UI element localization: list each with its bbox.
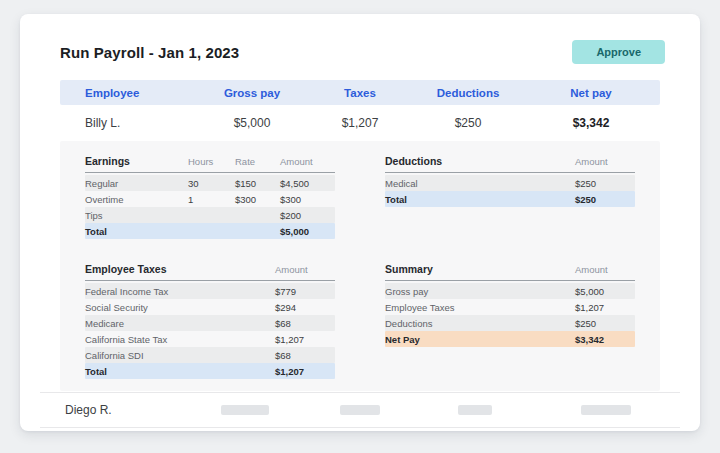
row-amount: $4,500 xyxy=(280,178,335,189)
summary-row-gross-pay: Gross pay $5,000 xyxy=(385,283,635,299)
row-label: Employee Taxes xyxy=(385,302,575,313)
payroll-table-header: Employee Gross pay Taxes Deductions Net … xyxy=(60,80,660,105)
row-label: California SDI xyxy=(85,350,275,361)
total-label: Total xyxy=(385,194,575,205)
column-header-net-pay: Net pay xyxy=(522,87,660,99)
row-amount: $300 xyxy=(280,194,335,205)
summary-title: Summary xyxy=(385,263,575,275)
row-hours: 30 xyxy=(188,178,235,189)
deductions-row-medical: Medical $250 xyxy=(385,175,635,191)
earnings-table: Earnings Hours Rate Amount Regular 30 $1… xyxy=(85,155,335,239)
row-hours: 1 xyxy=(188,194,235,205)
amount-column-header: Amount xyxy=(575,264,635,275)
summary-net-pay-row: Net Pay $3,342 xyxy=(385,331,635,347)
page-title: Run Payroll - Jan 1, 2023 xyxy=(60,44,239,61)
row-amount: $68 xyxy=(275,318,335,329)
employee-taxes-title: Employee Taxes xyxy=(85,263,275,275)
taxes-placeholder-bar xyxy=(340,405,380,415)
employee-taxes-table: Employee Taxes Amount Federal Income Tax… xyxy=(85,263,335,379)
total-amount: $5,000 xyxy=(280,226,335,237)
total-amount: $3,342 xyxy=(575,334,635,345)
tax-row-ca-state-tax: California State Tax $1,207 xyxy=(85,331,335,347)
net-pay-value: $3,342 xyxy=(522,116,660,130)
amount-column-header: Amount xyxy=(275,264,335,275)
total-label: Net Pay xyxy=(385,334,575,345)
employee-taxes-total-row: Total $1,207 xyxy=(85,363,335,379)
row-label: Regular xyxy=(85,178,188,189)
employee-row-diego[interactable]: Diego R. xyxy=(40,392,680,428)
earnings-title: Earnings xyxy=(85,155,188,167)
tax-row-medicare: Medicare $68 xyxy=(85,315,335,331)
deductions-placeholder-bar xyxy=(458,405,492,415)
column-header-taxes: Taxes xyxy=(306,87,414,99)
row-amount: $250 xyxy=(575,178,635,189)
row-label: Gross pay xyxy=(385,286,575,297)
earnings-header: Earnings Hours Rate Amount xyxy=(85,155,335,173)
total-amount: $250 xyxy=(575,194,635,205)
summary-table: Summary Amount Gross pay $5,000 Employee… xyxy=(385,263,635,379)
employee-taxes-header: Employee Taxes Amount xyxy=(85,263,335,281)
row-amount: $294 xyxy=(275,302,335,313)
total-label: Total xyxy=(85,226,188,237)
row-label: Medicare xyxy=(85,318,275,329)
row-label: Medical xyxy=(385,178,575,189)
row-amount: $5,000 xyxy=(575,286,635,297)
deductions-total-row: Total $250 xyxy=(385,191,635,207)
tax-row-social-security: Social Security $294 xyxy=(85,299,335,315)
row-amount: $779 xyxy=(275,286,335,297)
row-label: Federal Income Tax xyxy=(85,286,275,297)
expanded-detail-panel: Earnings Hours Rate Amount Regular 30 $1… xyxy=(60,141,660,391)
approve-button[interactable]: Approve xyxy=(572,40,665,64)
gross-pay-placeholder-bar xyxy=(221,405,269,415)
employee-name: Billy L. xyxy=(60,116,198,130)
earnings-row-tips: Tips $200 xyxy=(85,207,335,223)
payroll-card: Run Payroll - Jan 1, 2023 Approve Employ… xyxy=(20,14,700,431)
total-amount: $1,207 xyxy=(275,366,335,377)
tax-row-ca-sdi: California SDI $68 xyxy=(85,347,335,363)
column-header-deductions: Deductions xyxy=(414,87,522,99)
row-label: Tips xyxy=(85,210,188,221)
row-label: Social Security xyxy=(85,302,275,313)
row-label: California State Tax xyxy=(85,334,275,345)
rate-column-header: Rate xyxy=(235,156,280,167)
summary-row-deductions: Deductions $250 xyxy=(385,315,635,331)
row-rate: $300 xyxy=(235,194,280,205)
row-label: Overtime xyxy=(85,194,188,205)
net-pay-placeholder-bar xyxy=(581,405,631,415)
payroll-table: Employee Gross pay Taxes Deductions Net … xyxy=(40,80,680,141)
taxes-value: $1,207 xyxy=(306,116,414,130)
row-amount: $200 xyxy=(280,210,335,221)
row-rate: $150 xyxy=(235,178,280,189)
amount-column-header: Amount xyxy=(575,156,635,167)
deductions-title: Deductions xyxy=(385,155,575,167)
deductions-header: Deductions Amount xyxy=(385,155,635,173)
row-amount: $1,207 xyxy=(275,334,335,345)
summary-row-employee-taxes: Employee Taxes $1,207 xyxy=(385,299,635,315)
deductions-value: $250 xyxy=(414,116,522,130)
deductions-table: Deductions Amount Medical $250 Total $25… xyxy=(385,155,635,239)
employee-name: Diego R. xyxy=(40,403,187,417)
summary-header: Summary Amount xyxy=(385,263,635,281)
amount-column-header: Amount xyxy=(280,156,335,167)
total-label: Total xyxy=(85,366,275,377)
earnings-row-regular: Regular 30 $150 $4,500 xyxy=(85,175,335,191)
earnings-total-row: Total $5,000 xyxy=(85,223,335,239)
earnings-row-overtime: Overtime 1 $300 $300 xyxy=(85,191,335,207)
employee-row-billy[interactable]: Billy L. $5,000 $1,207 $250 $3,342 xyxy=(60,105,660,141)
column-header-employee: Employee xyxy=(60,87,198,99)
tax-row-federal: Federal Income Tax $779 xyxy=(85,283,335,299)
row-amount: $250 xyxy=(575,318,635,329)
column-header-gross-pay: Gross pay xyxy=(198,87,306,99)
hours-column-header: Hours xyxy=(188,156,235,167)
gross-pay-value: $5,000 xyxy=(198,116,306,130)
row-amount: $1,207 xyxy=(575,302,635,313)
row-label: Deductions xyxy=(385,318,575,329)
card-header: Run Payroll - Jan 1, 2023 Approve xyxy=(20,14,700,80)
row-amount: $68 xyxy=(275,350,335,361)
